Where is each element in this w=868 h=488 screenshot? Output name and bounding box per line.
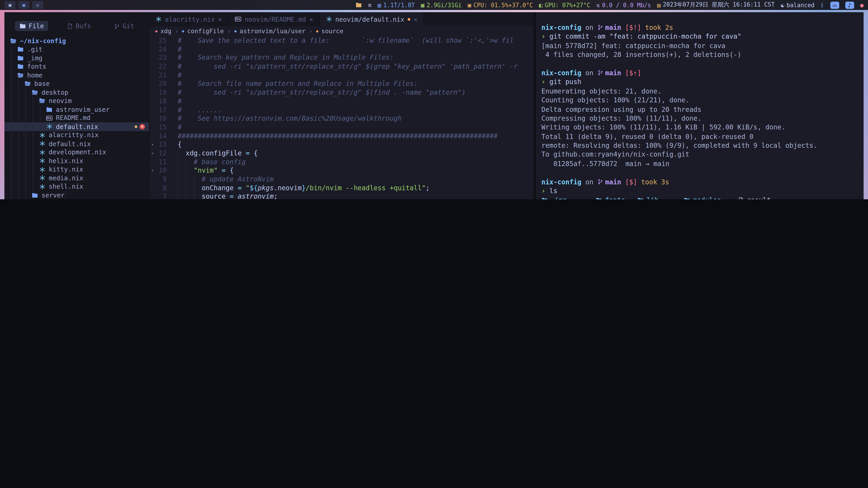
explorer-tab-file[interactable]: File: [15, 21, 49, 31]
code-line[interactable]: 9# update AstroNvim: [149, 175, 534, 184]
modified-dot-icon: ●: [135, 124, 137, 129]
tree-item[interactable]: base: [4, 79, 149, 88]
folder-icon: [16, 55, 25, 61]
code-line[interactable]: 19# sed -ri "s/pattern_str/replace_str/g…: [149, 89, 534, 97]
tree-item[interactable]: development.nix: [4, 148, 149, 157]
tree-item[interactable]: .git: [4, 45, 149, 54]
bluetooth[interactable]: ᛒ: [820, 2, 824, 8]
tree-item[interactable]: helix.nix: [4, 157, 149, 165]
ls-entry[interactable]: fonts: [596, 196, 637, 199]
code-line[interactable]: 8onChange = "${pkgs.neovim}/bin/nvim --h…: [149, 184, 534, 193]
window-separator[interactable]: [534, 12, 536, 199]
close-icon[interactable]: ×: [309, 15, 313, 23]
close-icon[interactable]: ×: [218, 15, 222, 23]
breadcrumb-item[interactable]: ◆configFile: [182, 28, 224, 35]
tree-item[interactable]: default.nix●×: [4, 122, 149, 131]
indent-guide: [9, 96, 16, 105]
code-line[interactable]: ▾13{: [149, 141, 534, 149]
sign-column: [170, 71, 178, 80]
tree-item[interactable]: home: [4, 71, 149, 79]
code-line[interactable]: 24#: [149, 45, 534, 54]
code-line[interactable]: 20# Search file name pattern and Replace…: [149, 80, 534, 89]
code-line[interactable]: 23# Search key pattern and Replace in Mu…: [149, 54, 534, 62]
close-icon[interactable]: ×: [414, 15, 417, 23]
git-tab-icon: [114, 23, 120, 29]
terminal-text: ›: [541, 33, 549, 40]
sign-column: [170, 123, 178, 132]
tree-item[interactable]: astronvim_user: [4, 105, 149, 113]
bufs-tab-icon: [67, 23, 73, 29]
fold-column: [149, 132, 156, 140]
code-line[interactable]: 14######################################…: [149, 132, 534, 140]
code-text: # Search key pattern and Replace in Mult…: [178, 54, 534, 62]
code-line[interactable]: 22# sed -ri "s/pattern_str/replace_str/g…: [149, 63, 534, 71]
indent-guide: [38, 113, 45, 122]
ls-entry[interactable]: modules: [684, 196, 738, 199]
fold-chevron-icon[interactable]: ▾: [149, 141, 156, 149]
fold-column: [149, 80, 156, 89]
breadcrumb-item[interactable]: ◆astronvim/lua/user: [234, 28, 306, 35]
workspace-button-3[interactable]: ▣: [32, 1, 43, 9]
tree-item[interactable]: desktop: [4, 88, 149, 96]
code-line[interactable]: 11# base config: [149, 158, 534, 166]
explorer-tab-bufs[interactable]: Bufs: [62, 21, 95, 31]
terminal-pane[interactable]: nix-config on main [$!] took 2s› git com…: [536, 12, 864, 199]
display-tray[interactable]: ▭: [830, 1, 839, 8]
code-line[interactable]: 15#: [149, 123, 534, 132]
editor-pane: alacritty.nix×neovim/README.md×neovim/de…: [149, 12, 534, 199]
code-line[interactable]: 18#: [149, 97, 534, 106]
tree-item[interactable]: shell.nix: [4, 182, 149, 191]
terminal-line: Delta compression using up to 20 threads: [541, 105, 864, 114]
indent-guide: [16, 174, 23, 182]
tree-item[interactable]: alacritty.nix: [4, 131, 149, 139]
fold-chevron-icon[interactable]: ▾: [149, 167, 156, 175]
tree-item[interactable]: _img: [4, 54, 149, 62]
line-number: 9: [156, 175, 170, 184]
tree-item[interactable]: neovim: [4, 96, 149, 105]
tree-item[interactable]: media.nix: [4, 174, 149, 182]
tree-item[interactable]: server: [4, 191, 149, 199]
explorer-tab-git[interactable]: Git: [110, 21, 138, 31]
buffer-tab[interactable]: neovim/default.nix●×: [320, 12, 424, 26]
volume-tray[interactable]: ♪: [845, 1, 854, 8]
terminal-line: nix-config on main [$] took 3s: [541, 177, 864, 186]
code-line[interactable]: ▾10"nvim" = {: [149, 167, 534, 175]
code-segment: #: [178, 71, 182, 79]
buffer-tab-label: neovim/README.md: [245, 15, 306, 23]
ls-entry[interactable]: _img: [541, 196, 596, 199]
gpu-usage: ◧GPU: 07%+27°C: [539, 2, 590, 8]
indent-guide: [9, 148, 16, 157]
tree-item[interactable]: fonts: [4, 62, 149, 71]
tree-item[interactable]: kitty.nix: [4, 165, 149, 174]
breadcrumb-item[interactable]: ◆source: [316, 28, 343, 35]
code-line[interactable]: 21#: [149, 71, 534, 80]
menu-tray[interactable]: ≡: [368, 2, 371, 8]
workspace-button-1[interactable]: ▣: [4, 1, 16, 9]
workspace-button-2[interactable]: ▣: [18, 1, 29, 9]
code-line[interactable]: 16# See https://astronvim.com/Basic%20Us…: [149, 115, 534, 123]
git-branch-icon: [597, 70, 603, 76]
error-badge-icon: ×: [140, 124, 145, 129]
terminal-text: [$]: [621, 178, 637, 186]
tree-item[interactable]: default.nix: [4, 139, 149, 148]
files-tray[interactable]: [355, 2, 362, 8]
code-line[interactable]: 7source = astronvim;: [149, 193, 534, 199]
ls-entry[interactable]: result: [738, 196, 792, 199]
buffer-tab[interactable]: alacritty.nix×: [149, 12, 228, 26]
buffer-tab[interactable]: neovim/README.md×: [228, 12, 320, 26]
code-text: #: [178, 45, 534, 54]
tree-item[interactable]: ~/nix-config: [4, 37, 149, 45]
ls-entry[interactable]: lib: [637, 196, 684, 199]
breadcrumb-item[interactable]: ◆xdg: [155, 28, 172, 35]
code-line[interactable]: 17# ......: [149, 106, 534, 115]
code-area[interactable]: 25# Save the selected text to a file: `:…: [149, 37, 534, 199]
code-line[interactable]: ▾12xdg.configFile = {: [149, 149, 534, 158]
code-line[interactable]: 25# Save the selected text to a file: `:…: [149, 37, 534, 45]
bluetooth-icon: ᛒ: [820, 2, 824, 8]
folder-open-icon: [31, 89, 39, 96]
indent-guide: [9, 113, 16, 122]
volume-tray-icon: ♪: [848, 2, 851, 8]
fold-chevron-icon[interactable]: ▾: [149, 149, 156, 158]
file-tree: ~/nix-config.git_imgfontshomebasedesktop…: [4, 37, 149, 199]
tree-item[interactable]: README.md: [4, 113, 149, 122]
